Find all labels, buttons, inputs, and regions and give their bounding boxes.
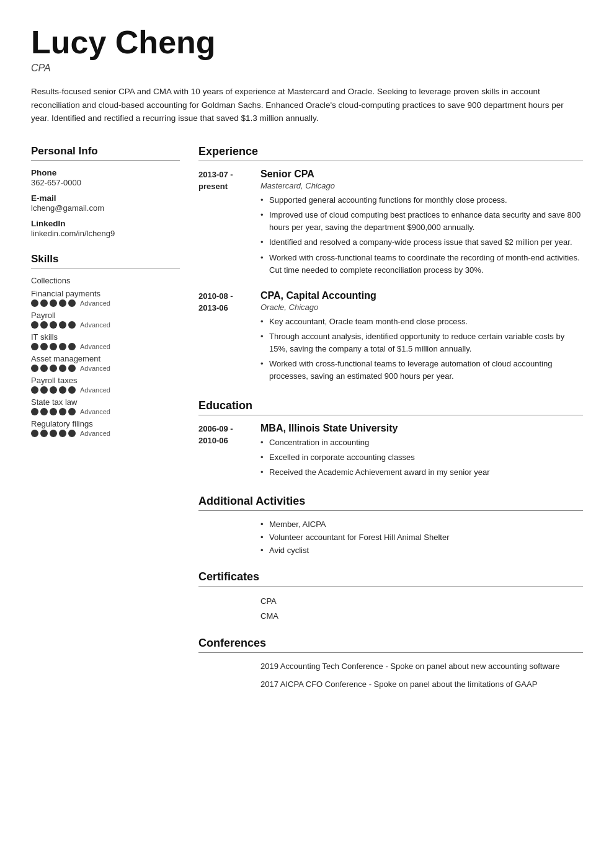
exp-bullets: Key accountant, Oracle team month-end cl… (260, 316, 583, 383)
skill-item: Payroll taxes Advanced (31, 376, 180, 394)
experience-item: 2010-08 -2013-06 CPA, Capital Accounting… (198, 290, 583, 386)
edu-content: MBA, Illinois State University Concentra… (260, 423, 583, 481)
skill-dot (40, 386, 48, 394)
skill-level: Advanced (80, 430, 110, 437)
skill-level: Advanced (80, 408, 110, 415)
phone-label: Phone (31, 168, 180, 177)
skill-dot (50, 386, 57, 394)
activity-item: Volunteer accountant for Forest Hill Ani… (260, 531, 583, 544)
activity-item: Member, AICPA (260, 518, 583, 531)
skill-dot (40, 343, 48, 350)
conferences-section-title: Conferences (198, 637, 583, 653)
skill-dot (68, 299, 76, 307)
skill-name: State tax law (31, 397, 180, 407)
certificates-section-title: Certificates (198, 570, 583, 587)
education-item: 2006-09 -2010-06 MBA, Illinois State Uni… (198, 423, 583, 481)
exp-date: 2013-07 -present (198, 169, 260, 279)
skill-name: Asset management (31, 354, 180, 363)
skill-level: Advanced (80, 365, 110, 372)
email-label: E-mail (31, 193, 180, 203)
skill-dots: Advanced (31, 365, 180, 372)
skill-dot (40, 408, 48, 415)
skill-dot (31, 343, 38, 350)
header-title: CPA (31, 63, 583, 74)
skill-dot (50, 321, 57, 329)
linkedin-label: LinkedIn (31, 219, 180, 228)
certificate-item: CMA (260, 609, 583, 623)
skill-dot (68, 408, 76, 415)
exp-job-title: CPA, Capital Accounting (260, 290, 583, 301)
skill-item: IT skills Advanced (31, 332, 180, 350)
skill-dot (31, 430, 38, 437)
skill-dot (50, 343, 57, 350)
skill-level: Advanced (80, 321, 110, 329)
skill-level: Advanced (80, 386, 110, 394)
skill-name: Payroll taxes (31, 376, 180, 385)
exp-date: 2010-08 -2013-06 (198, 290, 260, 386)
skill-name: Payroll (31, 311, 180, 320)
skill-dot (31, 321, 38, 329)
skill-dots: Advanced (31, 299, 180, 307)
education-section-title: Education (198, 399, 583, 415)
skill-dot (59, 321, 66, 329)
exp-bullet: Supported general accounting functions f… (260, 194, 583, 206)
skill-dot (31, 408, 38, 415)
conference-item: 2017 AICPA CFO Conference - Spoke on pan… (260, 678, 583, 691)
skills-section-title: Skills (31, 253, 180, 268)
skill-dot (40, 365, 48, 372)
skill-dot (50, 430, 57, 437)
skill-dot (59, 365, 66, 372)
exp-bullet: Through account analysis, identified opp… (260, 330, 583, 355)
edu-date: 2006-09 -2010-06 (198, 423, 260, 481)
skill-dot (50, 408, 57, 415)
certificate-item: CPA (260, 594, 583, 608)
exp-company: Oracle, Chicago (260, 303, 583, 312)
edu-bullet: Received the Academic Achievement award … (260, 466, 583, 479)
experience-item: 2013-07 -present Senior CPA Mastercard, … (198, 169, 583, 279)
skill-dot (59, 299, 66, 307)
edu-degree: MBA, Illinois State University (260, 423, 583, 434)
exp-content: CPA, Capital Accounting Oracle, Chicago … (260, 290, 583, 386)
exp-bullet: Worked with cross-functional teams to le… (260, 358, 583, 383)
edu-bullets: Concentration in accountingExcelled in c… (260, 436, 583, 479)
exp-job-title: Senior CPA (260, 169, 583, 180)
skill-dots: Advanced (31, 321, 180, 329)
skill-item: State tax law Advanced (31, 397, 180, 415)
skill-dot (59, 343, 66, 350)
linkedin-value: linkedin.com/in/lcheng9 (31, 229, 180, 238)
experience-section-title: Experience (198, 145, 583, 161)
skill-dots: Advanced (31, 386, 180, 394)
skill-item: Payroll Advanced (31, 311, 180, 329)
skill-item: Financial payments Advanced (31, 289, 180, 307)
summary: Results-focused senior CPA and CMA with … (31, 85, 583, 125)
conference-item: 2019 Accounting Tech Conference - Spoke … (260, 660, 583, 673)
skill-dot (68, 430, 76, 437)
personal-info-section-title: Personal Info (31, 145, 180, 161)
exp-content: Senior CPA Mastercard, Chicago Supported… (260, 169, 583, 279)
activities-section-title: Additional Activities (198, 495, 583, 511)
exp-bullet: Identified and resolved a company-wide p… (260, 236, 583, 249)
skill-dot (31, 386, 38, 394)
exp-company: Mastercard, Chicago (260, 181, 583, 190)
skill-dot (59, 430, 66, 437)
phone-value: 362-657-0000 (31, 178, 180, 187)
skill-dot (59, 386, 66, 394)
skill-dot (68, 321, 76, 329)
exp-bullets: Supported general accounting functions f… (260, 194, 583, 277)
exp-bullet: Improved use of cloud computing best pra… (260, 209, 583, 234)
edu-bullet: Concentration in accounting (260, 436, 583, 449)
skill-level: Advanced (80, 299, 110, 307)
skill-dot (68, 365, 76, 372)
skill-dot (68, 343, 76, 350)
skill-dot (40, 430, 48, 437)
edu-bullet: Excelled in corporate accounting classes (260, 451, 583, 464)
exp-bullet: Key accountant, Oracle team month-end cl… (260, 316, 583, 328)
skill-dots: Advanced (31, 408, 180, 415)
skill-dot (40, 299, 48, 307)
skill-dot (40, 321, 48, 329)
skill-dot (59, 408, 66, 415)
skill-dot (68, 386, 76, 394)
skill-name: Financial payments (31, 289, 180, 298)
header-name: Lucy Cheng (31, 25, 583, 60)
skill-item: Collections (31, 276, 180, 285)
